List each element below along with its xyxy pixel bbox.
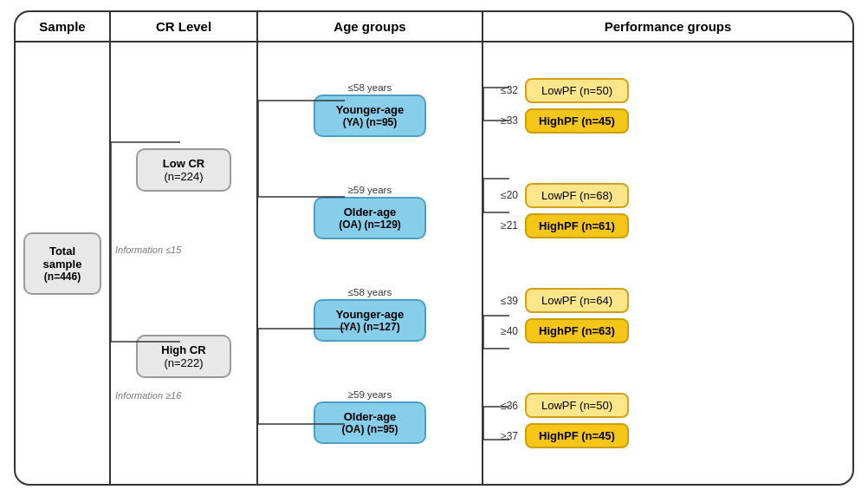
perf-item-3-high: ≥40 HighPF (n=63) [492,318,844,343]
highpf-4: HighPF (n=45) [525,423,629,448]
diagram-container: Sample CR Level Age groups Performance g… [14,10,854,486]
threshold-4-high: ≥37 [492,430,518,442]
oa-bottom-label: Older-age [324,410,416,423]
oa-bottom-box: Older-age (OA) (n=95) [314,401,426,444]
ya-bottom-label: Younger-age [324,308,416,321]
header-sample: Sample [16,12,111,41]
high-cr-section: High CR (n=222) [136,335,231,378]
oa-top-label: Older-age [324,206,416,219]
oa-bottom-sub: (OA) (n=95) [324,423,416,435]
high-cr-n: (n=222) [164,356,203,369]
high-cr-label: High CR [161,343,205,356]
oa-bottom-section: ≥59 years Older-age (OA) (n=95) [314,389,426,444]
high-cr-info: Information ≥16 [115,390,181,401]
oa-top-sub: (OA) (n=129) [324,219,416,231]
oa-top-section: ≥59 years Older-age (OA) (n=129) [314,185,426,239]
perf-group-4: ≤36 LowPF (n=50) ≥37 HighPF (n=45) [492,393,844,448]
perf-item-3-low: ≤39 LowPF (n=64) [492,288,844,313]
perf-column: ≤32 LowPF (n=50) ≥33 HighPF (n=45) ≤20 L… [483,42,852,484]
low-cr-n: (n=224) [164,170,203,183]
perf-group-3: ≤39 LowPF (n=64) ≥40 HighPF (n=63) [492,288,844,343]
content-row: Total sample (n=446) Low CR (n=224) [16,42,852,484]
highpf-2: HighPF (n=61) [525,213,629,238]
threshold-3-low: ≤39 [492,295,518,307]
perf-item-2-high: ≥21 HighPF (n=61) [492,213,844,238]
oa-top-box: Older-age (OA) (n=129) [314,197,426,239]
perf-item-1-low: ≤32 LowPF (n=50) [492,78,844,103]
total-box: Total sample (n=446) [23,232,101,295]
perf-item-2-low: ≤20 LowPF (n=68) [492,183,844,208]
lowpf-1: LowPF (n=50) [525,78,629,103]
low-cr-info: Information ≤15 [115,245,181,255]
perf-group-2: ≤20 LowPF (n=68) ≥21 HighPF (n=61) [492,183,844,238]
cr-column: Low CR (n=224) Information ≤15 High CR (… [111,42,258,484]
perf-group-1: ≤32 LowPF (n=50) ≥33 HighPF (n=45) [492,78,844,134]
perf-item-4-low: ≤36 LowPF (n=50) [492,393,844,418]
age-cutoff-oa-bottom: ≥59 years [348,389,392,400]
low-cr-section: Low CR (n=224) [136,148,231,192]
age-column: ≤58 years Younger-age (YA) (n=95) ≥59 ye… [258,42,483,484]
total-label: Total sample [34,245,91,271]
lowpf-3: LowPF (n=64) [525,288,629,313]
lowpf-2: LowPF (n=68) [525,183,629,208]
age-cutoff-ya-bottom: ≤58 years [348,287,392,297]
highpf-1: HighPF (n=45) [525,108,629,134]
age-cutoff-oa-top: ≥59 years [348,185,392,195]
threshold-2-high: ≥21 [492,219,518,232]
header-cr: CR Level [111,12,258,41]
high-cr-box: High CR (n=222) [136,335,231,378]
lowpf-4: LowPF (n=50) [525,393,629,418]
header-row: Sample CR Level Age groups Performance g… [16,12,852,42]
threshold-3-high: ≥40 [492,325,518,337]
ya-bottom-section: ≤58 years Younger-age (YA) (n=127) [314,287,426,342]
ya-top-sub: (YA) (n=95) [324,116,416,128]
low-cr-box: Low CR (n=224) [136,148,231,192]
threshold-1-low: ≤32 [492,84,518,96]
highpf-3: HighPF (n=63) [525,318,629,343]
ya-top-section: ≤58 years Younger-age (YA) (n=95) [314,82,426,137]
perf-item-4-high: ≥37 HighPF (n=45) [492,423,844,448]
age-cutoff-ya-top: ≤58 years [348,82,392,93]
total-n: (n=446) [34,271,91,283]
sample-column: Total sample (n=446) [16,42,111,484]
perf-item-1-high: ≥33 HighPF (n=45) [492,108,844,134]
header-perf: Performance groups [483,12,852,41]
low-cr-label: Low CR [163,157,204,170]
ya-bottom-box: Younger-age (YA) (n=127) [314,299,426,342]
header-age: Age groups [258,12,483,41]
threshold-1-high: ≥33 [492,114,518,127]
ya-top-box: Younger-age (YA) (n=95) [314,95,426,137]
threshold-4-low: ≤36 [492,400,518,412]
ya-top-label: Younger-age [324,103,416,116]
threshold-2-low: ≤20 [492,189,518,201]
ya-bottom-sub: (YA) (n=127) [324,321,416,333]
